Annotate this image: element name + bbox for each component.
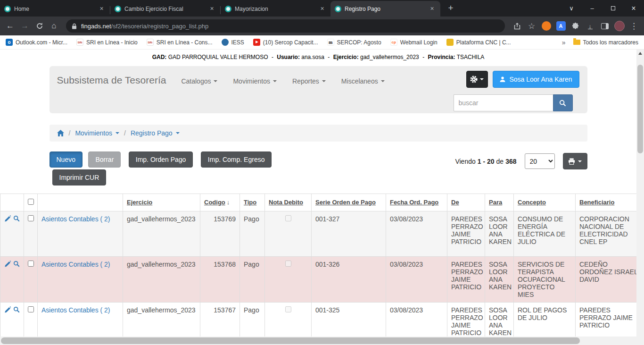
sort-de[interactable]: De [451, 199, 459, 206]
row-select-checkbox[interactable] [28, 215, 34, 221]
vertical-scrollbar[interactable] [636, 50, 644, 337]
tab-registro-pago-active[interactable]: Registro Pago × [330, 1, 440, 17]
breadcrumb-registro-pago[interactable]: Registro Pago [131, 129, 180, 137]
extensions-puzzle-icon[interactable] [568, 19, 583, 33]
tab-close-icon[interactable]: × [318, 5, 326, 13]
back-icon[interactable]: ← [3, 19, 17, 33]
view-magnifier-icon[interactable] [13, 215, 20, 222]
imprimir-cur-button[interactable]: Imprimir CUR [52, 169, 107, 185]
bookmark-sercop-agosto[interactable]: m SERCOP: Agosto [327, 39, 381, 46]
search-button[interactable] [553, 94, 573, 111]
sort-tipo[interactable]: Tipo [244, 199, 256, 206]
cell-ejercicio: gad_vallehermos_2023 [123, 303, 200, 337]
bookmark-label: SRI en Línea - Cons... [157, 39, 213, 46]
new-tab-button[interactable]: + [444, 2, 457, 15]
bookmark-label: Plataforma CNC | C... [456, 39, 511, 46]
vertical-scrollbar-thumb[interactable] [637, 65, 643, 153]
maximize-icon[interactable] [603, 0, 623, 17]
imp-orden-pago-button[interactable]: Imp. Orden Pago [129, 151, 193, 168]
bookmark-sercop-capacitacion[interactable]: (10) Sercop Capacit... [253, 39, 318, 46]
tab-close-icon[interactable]: × [98, 5, 106, 13]
page-size-select[interactable]: 20 [525, 153, 555, 169]
tab-close-icon[interactable]: × [428, 5, 436, 13]
tab-title: Home [14, 6, 94, 12]
print-dropdown-button[interactable] [563, 153, 587, 169]
bookmarks-overflow-icon[interactable]: » [562, 39, 566, 46]
row-select-checkbox[interactable] [28, 306, 34, 312]
translate-extension-icon[interactable]: A [553, 19, 568, 33]
bookmark-webmail[interactable]: cp Webmail Login [390, 39, 438, 46]
all-bookmarks-folder[interactable]: Todos los marcadores [573, 39, 638, 46]
bookmark-sri-consultas[interactable]: SRi SRI en Línea - Cons... [147, 39, 213, 46]
select-all-checkbox[interactable] [28, 199, 34, 205]
tab-close-icon[interactable]: × [208, 5, 216, 13]
cell-serie: 001-327 [312, 211, 386, 257]
row-select-checkbox[interactable] [28, 261, 34, 267]
sort-para[interactable]: Para [489, 199, 502, 206]
profile-avatar[interactable] [612, 19, 627, 33]
sort-fecha-ord-pago[interactable]: Fecha Ord. Pago [390, 199, 438, 206]
bookmark-label: (10) Sercop Capacit... [263, 39, 318, 46]
bookmark-sri-inicio[interactable]: SRi SRI en Línea - Inicio [76, 39, 138, 46]
menu-movimientos[interactable]: Movimientos [233, 77, 277, 85]
search-input[interactable] [454, 94, 553, 111]
bookmark-label: SRI en Línea - Inicio [86, 39, 138, 46]
breadcrumb-home[interactable] [57, 130, 64, 136]
tab-cambio-ejercicio[interactable]: Cambio Ejercicio Fiscal × [110, 1, 220, 17]
home-icon[interactable]: ⌂ [47, 19, 61, 33]
sort-beneficiario[interactable]: Beneficiario [579, 199, 614, 206]
cnc-favicon-icon [446, 39, 454, 46]
tab-search-chevron-icon[interactable]: ∨ [561, 0, 582, 17]
sort-serie-orden-pago[interactable]: Serie Orden de Pago [315, 199, 376, 206]
sort-nota-debito[interactable]: Nota Debito [269, 199, 303, 206]
sort-codigo[interactable]: Codigo [204, 199, 225, 206]
edit-pencil-icon[interactable] [4, 261, 11, 267]
edit-pencil-icon[interactable] [4, 215, 11, 222]
paging-total: 368 [505, 158, 516, 165]
sidebar-icon[interactable] [597, 19, 612, 33]
tab-mayorizacion[interactable]: Mayorizacion × [221, 1, 330, 17]
cell-serie: 001-325 [312, 303, 386, 337]
asientos-contables-link[interactable]: Asientos Contables ( 2) [41, 306, 110, 314]
borrar-button[interactable]: Borrar [88, 151, 121, 168]
reload-icon[interactable] [32, 19, 47, 33]
view-magnifier-icon[interactable] [13, 261, 20, 267]
imp-comp-egreso-button[interactable]: Imp. Comp. Egreso [201, 151, 272, 168]
sort-concepto[interactable]: Concepto [518, 199, 546, 206]
menu-miscelaneos[interactable]: Miscelaneos [341, 77, 385, 85]
sort-ejercicio[interactable]: Ejercicio [127, 199, 152, 206]
cell-tipo: Pago [240, 257, 265, 303]
menu-reportes[interactable]: Reportes [292, 77, 326, 85]
horizontal-scrollbar[interactable] [0, 337, 636, 345]
user-account-button[interactable]: Sosa Loor Ana Karen [493, 71, 579, 88]
app-header-panel: Subsistema de Tesorería Catalogos Movimi… [50, 66, 587, 113]
menu-catalogos[interactable]: Catalogos [181, 77, 217, 85]
outlook-favicon-icon: o [6, 39, 13, 46]
bookmark-iess[interactable]: IESS [222, 39, 244, 46]
close-icon[interactable]: × [623, 0, 644, 17]
breadcrumb-movimientos[interactable]: Movimientos [75, 129, 119, 137]
scroll-up-arrow-icon[interactable] [638, 52, 642, 55]
tab-home[interactable]: Home × [0, 1, 110, 17]
url-bar[interactable]: fingads.net/sf2/tesoreria/registro_pago_… [66, 19, 505, 33]
settings-dropdown-button[interactable] [466, 71, 488, 88]
nota-debito-checkbox [285, 306, 291, 312]
horizontal-scrollbar-thumb[interactable] [1, 337, 580, 344]
kebab-menu-icon[interactable]: ⋮ [627, 19, 641, 33]
edit-pencil-icon[interactable] [4, 306, 11, 313]
share-icon[interactable] [510, 19, 524, 33]
star-icon[interactable]: ☆ [524, 19, 539, 33]
download-icon[interactable]: ↓ [583, 19, 597, 33]
bookmark-label: Webmail Login [400, 39, 438, 46]
paging-range: 1 - 20 [478, 158, 495, 165]
view-magnifier-icon[interactable] [13, 306, 20, 313]
forward-icon[interactable]: → [17, 19, 32, 33]
asientos-contables-link[interactable]: Asientos Contables ( 2) [41, 215, 110, 223]
paw-extension-icon[interactable] [539, 19, 553, 33]
asientos-contables-link[interactable]: Asientos Contables ( 2) [41, 261, 110, 268]
nuevo-button[interactable]: Nuevo [50, 151, 83, 168]
bookmark-outlook[interactable]: o Outlook.com - Micr... [6, 39, 67, 46]
bookmark-plataforma-cnc[interactable]: Plataforma CNC | C... [446, 39, 511, 46]
minimize-icon[interactable]: – [582, 0, 603, 17]
lock-icon [72, 23, 77, 29]
